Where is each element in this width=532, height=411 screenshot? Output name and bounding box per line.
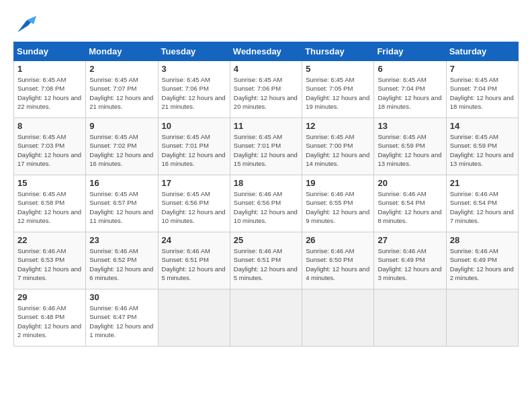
day-number: 20 <box>378 178 442 188</box>
day-number: 4 <box>234 64 298 74</box>
calendar-day-cell: 21Sunrise: 6:46 AM Sunset: 6:54 PM Dayli… <box>446 175 518 232</box>
day-number: 5 <box>306 64 370 74</box>
calendar-day-cell: 8Sunrise: 6:45 AM Sunset: 7:03 PM Daylig… <box>14 118 86 175</box>
calendar-day-cell: 28Sunrise: 6:46 AM Sunset: 6:49 PM Dayli… <box>446 232 518 289</box>
calendar-day-cell <box>230 289 302 347</box>
day-number: 3 <box>162 64 226 74</box>
calendar-day-cell: 5Sunrise: 6:45 AM Sunset: 7:05 PM Daylig… <box>302 61 374 118</box>
day-info: Sunrise: 6:45 AM Sunset: 7:05 PM Dayligh… <box>306 75 370 111</box>
calendar-week-row: 1Sunrise: 6:45 AM Sunset: 7:08 PM Daylig… <box>14 61 519 118</box>
weekday-header: Sunday <box>14 42 86 61</box>
calendar-day-cell: 2Sunrise: 6:45 AM Sunset: 7:07 PM Daylig… <box>86 61 158 118</box>
day-number: 27 <box>378 235 442 245</box>
calendar-day-cell: 20Sunrise: 6:46 AM Sunset: 6:54 PM Dayli… <box>374 175 446 232</box>
day-number: 24 <box>162 235 226 245</box>
calendar-day-cell <box>302 289 374 347</box>
calendar-day-cell: 12Sunrise: 6:45 AM Sunset: 7:00 PM Dayli… <box>302 118 374 175</box>
day-info: Sunrise: 6:46 AM Sunset: 6:51 PM Dayligh… <box>162 246 226 282</box>
calendar-header: SundayMondayTuesdayWednesdayThursdayFrid… <box>14 42 519 61</box>
day-number: 8 <box>17 121 82 131</box>
day-number: 30 <box>89 292 154 302</box>
day-info: Sunrise: 6:45 AM Sunset: 7:08 PM Dayligh… <box>17 75 82 111</box>
weekday-header: Saturday <box>446 42 518 61</box>
calendar-day-cell: 9Sunrise: 6:45 AM Sunset: 7:02 PM Daylig… <box>86 118 158 175</box>
calendar-day-cell: 29Sunrise: 6:46 AM Sunset: 6:48 PM Dayli… <box>14 289 86 347</box>
calendar-day-cell <box>374 289 446 347</box>
weekday-header: Tuesday <box>158 42 230 61</box>
day-number: 10 <box>162 121 226 131</box>
day-number: 22 <box>17 235 82 245</box>
day-number: 19 <box>306 178 370 188</box>
calendar-week-row: 15Sunrise: 6:45 AM Sunset: 6:58 PM Dayli… <box>14 175 519 232</box>
calendar-week-row: 29Sunrise: 6:46 AM Sunset: 6:48 PM Dayli… <box>14 289 519 347</box>
day-info: Sunrise: 6:46 AM Sunset: 6:49 PM Dayligh… <box>378 246 442 282</box>
calendar-week-row: 8Sunrise: 6:45 AM Sunset: 7:03 PM Daylig… <box>14 118 519 175</box>
day-number: 18 <box>234 178 298 188</box>
day-info: Sunrise: 6:45 AM Sunset: 7:04 PM Dayligh… <box>378 75 442 111</box>
day-number: 12 <box>306 121 370 131</box>
calendar-day-cell: 16Sunrise: 6:45 AM Sunset: 6:57 PM Dayli… <box>86 175 158 232</box>
calendar-day-cell: 11Sunrise: 6:45 AM Sunset: 7:01 PM Dayli… <box>230 118 302 175</box>
day-info: Sunrise: 6:46 AM Sunset: 6:53 PM Dayligh… <box>17 246 82 282</box>
calendar-day-cell <box>446 289 518 347</box>
day-number: 9 <box>89 121 154 131</box>
day-number: 17 <box>162 178 226 188</box>
day-info: Sunrise: 6:45 AM Sunset: 6:59 PM Dayligh… <box>450 132 515 168</box>
day-info: Sunrise: 6:46 AM Sunset: 6:50 PM Dayligh… <box>306 246 370 282</box>
calendar-day-cell: 17Sunrise: 6:45 AM Sunset: 6:56 PM Dayli… <box>158 175 230 232</box>
day-info: Sunrise: 6:46 AM Sunset: 6:52 PM Dayligh… <box>89 246 154 282</box>
day-info: Sunrise: 6:45 AM Sunset: 6:57 PM Dayligh… <box>89 189 154 225</box>
day-number: 13 <box>378 121 442 131</box>
calendar-day-cell <box>158 289 230 347</box>
day-info: Sunrise: 6:46 AM Sunset: 6:54 PM Dayligh… <box>378 189 442 225</box>
calendar-day-cell: 26Sunrise: 6:46 AM Sunset: 6:50 PM Dayli… <box>302 232 374 289</box>
logo-icon <box>13 13 39 35</box>
day-info: Sunrise: 6:45 AM Sunset: 7:06 PM Dayligh… <box>162 75 226 111</box>
day-number: 25 <box>234 235 298 245</box>
day-number: 14 <box>450 121 515 131</box>
day-info: Sunrise: 6:46 AM Sunset: 6:47 PM Dayligh… <box>89 304 154 339</box>
day-info: Sunrise: 6:46 AM Sunset: 6:54 PM Dayligh… <box>450 189 515 225</box>
calendar-day-cell: 30Sunrise: 6:46 AM Sunset: 6:47 PM Dayli… <box>86 289 158 347</box>
day-number: 16 <box>89 178 154 188</box>
day-number: 26 <box>306 235 370 245</box>
calendar-day-cell: 7Sunrise: 6:45 AM Sunset: 7:04 PM Daylig… <box>446 61 518 118</box>
calendar-day-cell: 13Sunrise: 6:45 AM Sunset: 6:59 PM Dayli… <box>374 118 446 175</box>
calendar-day-cell: 24Sunrise: 6:46 AM Sunset: 6:51 PM Dayli… <box>158 232 230 289</box>
day-number: 1 <box>17 64 82 74</box>
day-number: 7 <box>450 64 515 74</box>
day-info: Sunrise: 6:46 AM Sunset: 6:48 PM Dayligh… <box>17 304 82 339</box>
day-number: 21 <box>450 178 515 188</box>
day-info: Sunrise: 6:45 AM Sunset: 7:00 PM Dayligh… <box>306 132 370 168</box>
calendar-day-cell: 14Sunrise: 6:45 AM Sunset: 6:59 PM Dayli… <box>446 118 518 175</box>
calendar-day-cell: 27Sunrise: 6:46 AM Sunset: 6:49 PM Dayli… <box>374 232 446 289</box>
calendar-week-row: 22Sunrise: 6:46 AM Sunset: 6:53 PM Dayli… <box>14 232 519 289</box>
day-number: 11 <box>234 121 298 131</box>
day-info: Sunrise: 6:45 AM Sunset: 7:01 PM Dayligh… <box>162 132 226 168</box>
calendar-day-cell: 6Sunrise: 6:45 AM Sunset: 7:04 PM Daylig… <box>374 61 446 118</box>
page-header <box>13 13 519 35</box>
calendar-day-cell: 15Sunrise: 6:45 AM Sunset: 6:58 PM Dayli… <box>14 175 86 232</box>
day-number: 15 <box>17 178 82 188</box>
weekday-header: Wednesday <box>230 42 302 61</box>
day-number: 6 <box>378 64 442 74</box>
day-number: 29 <box>17 292 82 302</box>
weekday-header: Monday <box>86 42 158 61</box>
weekday-header: Thursday <box>302 42 374 61</box>
day-info: Sunrise: 6:45 AM Sunset: 7:01 PM Dayligh… <box>234 132 298 168</box>
calendar-day-cell: 22Sunrise: 6:46 AM Sunset: 6:53 PM Dayli… <box>14 232 86 289</box>
day-info: Sunrise: 6:45 AM Sunset: 6:58 PM Dayligh… <box>17 189 82 225</box>
day-info: Sunrise: 6:45 AM Sunset: 7:06 PM Dayligh… <box>234 75 298 111</box>
day-number: 28 <box>450 235 515 245</box>
calendar-day-cell: 4Sunrise: 6:45 AM Sunset: 7:06 PM Daylig… <box>230 61 302 118</box>
day-info: Sunrise: 6:46 AM Sunset: 6:55 PM Dayligh… <box>306 189 370 225</box>
day-number: 23 <box>89 235 154 245</box>
calendar-body: 1Sunrise: 6:45 AM Sunset: 7:08 PM Daylig… <box>14 61 519 347</box>
day-info: Sunrise: 6:45 AM Sunset: 7:02 PM Dayligh… <box>89 132 154 168</box>
weekday-header: Friday <box>374 42 446 61</box>
calendar-day-cell: 25Sunrise: 6:46 AM Sunset: 6:51 PM Dayli… <box>230 232 302 289</box>
day-info: Sunrise: 6:45 AM Sunset: 6:56 PM Dayligh… <box>162 189 226 225</box>
day-info: Sunrise: 6:46 AM Sunset: 6:51 PM Dayligh… <box>234 246 298 282</box>
day-info: Sunrise: 6:45 AM Sunset: 7:04 PM Dayligh… <box>450 75 515 111</box>
day-number: 2 <box>89 64 154 74</box>
